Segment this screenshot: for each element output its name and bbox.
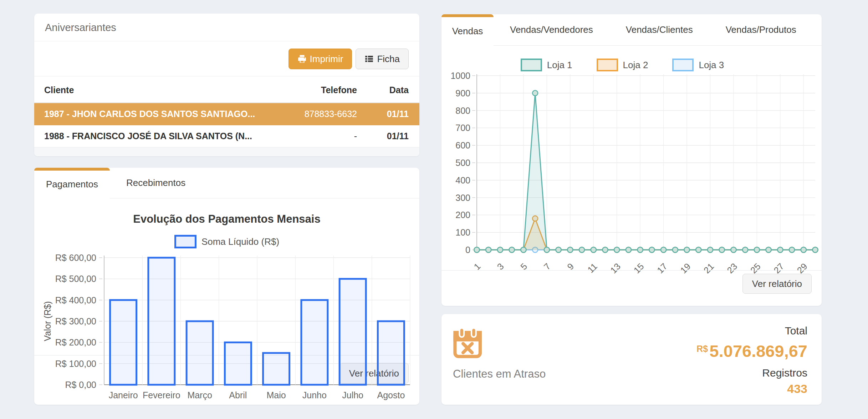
dashboard-screen: Aniversariantes Imprimir Ficha: [0, 0, 868, 419]
svg-text:27: 27: [772, 261, 786, 275]
line-chart-svg: 0100200300400500600700800900100013579111…: [441, 68, 822, 275]
cell-telefone: -: [275, 125, 357, 147]
ficha-label: Ficha: [377, 54, 400, 65]
svg-text:200: 200: [455, 210, 470, 220]
svg-text:Maio: Maio: [267, 390, 286, 400]
cell-cliente: 1987 - JHON CARLOS DOS SANTOS SANTIAGO..…: [34, 103, 275, 125]
svg-text:800: 800: [455, 106, 470, 116]
ficha-button[interactable]: Ficha: [356, 49, 409, 69]
col-header-data: Data: [357, 76, 419, 103]
bar-chart-legend: Soma Líquido (R$): [34, 235, 419, 248]
clientes-atraso-card: Clientes em Atraso Total R$ 5.076.869,67…: [441, 314, 822, 405]
vendas-tabstrip: Vendas Vendas/Vendedores Vendas/Clientes…: [441, 14, 822, 46]
legend-item-loja-2[interactable]: Loja 2: [597, 59, 648, 71]
legend-label: Loja 2: [623, 60, 648, 71]
printer-icon: [297, 54, 307, 64]
aniversariantes-table: Cliente Telefone Data 1987 - JHON CARLOS…: [34, 76, 419, 147]
svg-text:1000: 1000: [450, 71, 470, 81]
svg-text:29: 29: [795, 261, 809, 275]
svg-text:700: 700: [455, 123, 470, 133]
svg-text:100: 100: [455, 227, 470, 237]
line-chart-legend: Loja 1Loja 2Loja 3: [441, 59, 822, 71]
svg-text:R$ 0,00: R$ 0,00: [65, 380, 96, 390]
registros-value: 433: [696, 380, 807, 397]
card-footer-divider: [441, 270, 822, 271]
svg-text:300: 300: [455, 193, 470, 203]
tab-vendas[interactable]: Vendas: [441, 14, 494, 46]
list-icon: [364, 54, 374, 64]
svg-text:Março: Março: [187, 390, 212, 400]
ver-relatorio-vendas-button[interactable]: Ver relatório: [742, 274, 812, 294]
line-chart: 0100200300400500600700800900100013579111…: [441, 68, 822, 275]
svg-text:R$ 600,00: R$ 600,00: [55, 253, 96, 263]
imprimir-label: Imprimir: [310, 54, 343, 65]
svg-text:Julho: Julho: [342, 390, 363, 400]
svg-text:Abril: Abril: [229, 390, 247, 400]
tab-recebimentos[interactable]: Recebimentos: [110, 168, 202, 198]
total-label: Total: [696, 323, 807, 338]
aniversariantes-toolbar: Imprimir Ficha: [34, 41, 419, 76]
tab-vendas-produtos[interactable]: Vendas/Produtos: [709, 14, 813, 45]
cell-telefone: 878833-6632: [275, 103, 357, 125]
legend-swatch: [672, 59, 694, 71]
atraso-kpis: Total R$ 5.076.869,67 Registros 433: [696, 323, 807, 397]
svg-text:Junho: Junho: [302, 390, 327, 400]
aniversariantes-card: Aniversariantes Imprimir Ficha: [34, 14, 419, 156]
col-header-cliente: Cliente: [34, 76, 275, 103]
svg-text:500: 500: [455, 158, 470, 168]
legend-item-loja-1[interactable]: Loja 1: [521, 59, 572, 71]
legend-label: Loja 1: [547, 60, 572, 71]
svg-text:19: 19: [678, 261, 692, 275]
cell-data: 01/11: [357, 103, 419, 125]
pagamentos-tabstrip: Pagamentos Recebimentos: [34, 168, 419, 198]
svg-text:600: 600: [455, 140, 470, 150]
bar-chart-title: Evolução dos Pagamentos Mensais: [34, 213, 419, 226]
svg-text:Fevereiro: Fevereiro: [143, 390, 180, 400]
svg-text:R$ 300,00: R$ 300,00: [55, 316, 96, 326]
tab-pagamentos[interactable]: Pagamentos: [34, 168, 110, 198]
ver-relatorio-pagamentos-button[interactable]: Ver relatório: [339, 363, 409, 384]
empty-striped-row: [34, 147, 419, 157]
legend-label: Soma Líquido (R$): [201, 236, 279, 247]
svg-text:13: 13: [608, 261, 622, 275]
svg-text:15: 15: [632, 261, 645, 275]
vendas-card: Vendas Vendas/Vendedores Vendas/Clientes…: [441, 14, 822, 306]
pagamentos-card: Pagamentos Recebimentos Evolução dos Pag…: [34, 168, 419, 405]
col-header-telefone: Telefone: [275, 76, 357, 103]
legend-swatch: [521, 59, 542, 71]
svg-text:Janeiro: Janeiro: [109, 390, 138, 400]
svg-text:R$ 100,00: R$ 100,00: [55, 359, 96, 369]
legend-swatch: [597, 59, 618, 71]
cell-cliente: 1988 - FRANCISCO JOSÉ DA SILVA SANTOS (N…: [34, 125, 275, 147]
svg-text:23: 23: [725, 261, 739, 275]
total-value: R$ 5.076.869,67: [696, 338, 807, 365]
svg-text:R$ 400,00: R$ 400,00: [55, 295, 96, 305]
svg-text:900: 900: [455, 88, 470, 98]
cell-data: 01/11: [357, 125, 419, 147]
svg-text:Agosto: Agosto: [377, 390, 405, 400]
legend-item-soma-liquido[interactable]: Soma Líquido (R$): [174, 235, 279, 248]
svg-text:0: 0: [465, 245, 470, 255]
svg-text:400: 400: [455, 175, 470, 185]
table-row-selected[interactable]: 1987 - JHON CARLOS DOS SANTOS SANTIAGO..…: [34, 103, 419, 125]
registros-label: Registros: [696, 365, 807, 380]
legend-swatch: [174, 235, 196, 248]
table-row[interactable]: 1988 - FRANCISCO JOSÉ DA SILVA SANTOS (N…: [34, 125, 419, 147]
svg-text:25: 25: [748, 261, 762, 275]
legend-label: Loja 3: [699, 60, 724, 71]
imprimir-button[interactable]: Imprimir: [289, 49, 352, 69]
tab-vendas-clientes[interactable]: Vendas/Clientes: [609, 14, 709, 45]
total-amount: 5.076.869,67: [710, 342, 807, 360]
svg-text:R$ 200,00: R$ 200,00: [55, 337, 96, 347]
table-header-row: Cliente Telefone Data: [34, 76, 419, 103]
tab-vendas-vendedores[interactable]: Vendas/Vendedores: [494, 14, 609, 45]
card-footer-divider: [34, 355, 419, 355]
clientes-atraso-title: Clientes em Atraso: [453, 368, 546, 380]
svg-text:17: 17: [655, 261, 669, 275]
svg-text:R$ 500,00: R$ 500,00: [55, 274, 96, 284]
svg-text:11: 11: [586, 261, 599, 275]
currency-prefix: R$: [696, 344, 708, 354]
svg-text:Valor (R$): Valor (R$): [42, 301, 52, 341]
svg-text:21: 21: [702, 261, 716, 275]
legend-item-loja-3[interactable]: Loja 3: [672, 59, 724, 71]
